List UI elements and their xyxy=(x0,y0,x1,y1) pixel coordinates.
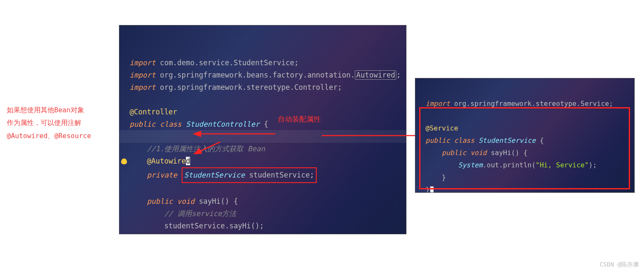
code-line: public void sayHi() { xyxy=(130,197,238,205)
code-line: public class StudentController { xyxy=(130,120,268,128)
note-line: @Autowired、@Resource xyxy=(7,130,111,142)
text-cursor xyxy=(430,186,434,193)
code-line: @Autowired xyxy=(130,157,190,165)
code-line: import com.demo.service.StudentService; xyxy=(130,58,299,67)
code-line: public void sayHi() { xyxy=(426,149,528,157)
code-line: @Service xyxy=(426,124,458,132)
code-line: //1.使用属性注入的方式获取 Bean xyxy=(130,144,265,153)
code-line: studentService.sayHi(); xyxy=(130,222,264,230)
code-line: // 调用service方法 xyxy=(130,209,236,218)
note-line: 作为属性，可以使用注解 xyxy=(7,117,111,129)
annotation-autowire: 自动装配属性 xyxy=(278,114,321,124)
code-editor-left: import com.demo.service.StudentService; … xyxy=(119,25,406,234)
code-line: private StudentService studentService; xyxy=(130,171,317,179)
watermark: CSDN @陈亦康 xyxy=(600,261,639,269)
code-line: import org.springframework.stereotype.Se… xyxy=(426,100,613,108)
code-line: import org.springframework.beans.factory… xyxy=(130,70,401,80)
annotation-note: 如果想使用其他Bean对象 作为属性，可以使用注解 @Autowired、@Re… xyxy=(7,104,111,142)
code-line: System.out.println("Hi, Service"); xyxy=(426,161,597,169)
note-line: 如果想使用其他Bean对象 xyxy=(7,104,111,117)
code-line: @Controller xyxy=(130,108,177,116)
code-line: public class StudentService { xyxy=(426,136,544,144)
code-line: } xyxy=(130,234,151,234)
code-line: } xyxy=(426,173,446,181)
code-line: } xyxy=(426,186,434,193)
lightbulb-icon[interactable] xyxy=(121,158,127,164)
code-editor-right: import org.springframework.stereotype.Se… xyxy=(415,78,635,193)
code-line: import org.springframework.stereotype.Co… xyxy=(130,83,342,92)
